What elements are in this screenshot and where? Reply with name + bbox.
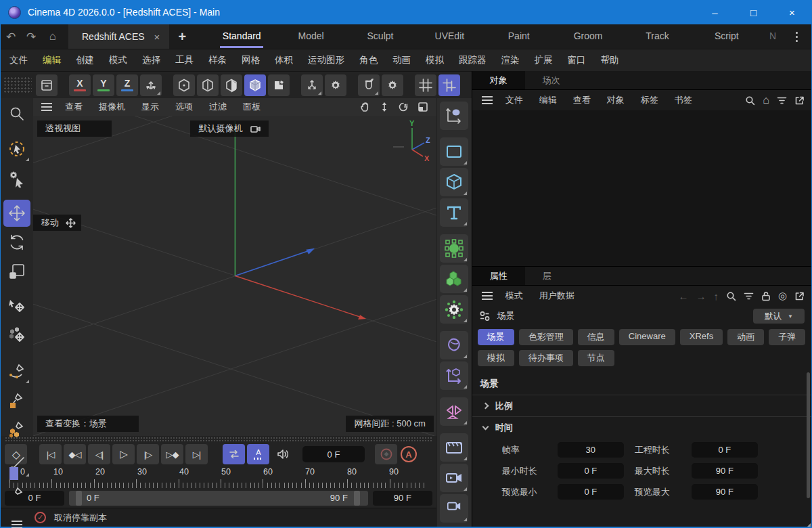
am-menu-userdata[interactable]: 用户数据 bbox=[532, 290, 582, 302]
om-menu-view[interactable]: 查看 bbox=[566, 94, 598, 106]
goto-end-button[interactable]: ▷| bbox=[185, 444, 208, 464]
polygons-mode-button[interactable] bbox=[221, 74, 242, 96]
am-forward-icon[interactable]: → bbox=[696, 290, 706, 302]
am-search-icon[interactable] bbox=[726, 291, 736, 301]
group-scale[interactable]: 比例 bbox=[472, 395, 811, 416]
om-popout-icon[interactable] bbox=[794, 95, 805, 106]
tab-takes[interactable]: 场次 bbox=[525, 71, 578, 89]
goto-start-button[interactable]: |◁ bbox=[39, 444, 62, 464]
cat-tab-todo[interactable]: 待办事项 bbox=[519, 350, 573, 366]
attribute-scrollbar[interactable] bbox=[807, 372, 810, 498]
am-up-icon[interactable]: ↑ bbox=[713, 290, 719, 302]
menu-file[interactable]: 文件 bbox=[2, 54, 35, 66]
menu-select[interactable]: 选择 bbox=[135, 54, 168, 66]
layout-tab-groom[interactable]: Groom bbox=[554, 24, 623, 49]
deformer-button[interactable] bbox=[440, 331, 468, 359]
layout-tab-sculpt[interactable]: Sculpt bbox=[346, 24, 415, 49]
field-min-time[interactable]: 0 F bbox=[558, 463, 624, 479]
dolly-view-icon[interactable] bbox=[380, 102, 389, 112]
lock-x-axis-button[interactable]: X bbox=[69, 74, 91, 96]
am-back-icon[interactable]: ← bbox=[678, 290, 688, 302]
undo-icon[interactable]: ↶ bbox=[1, 30, 21, 44]
cat-tab-info[interactable]: 信息 bbox=[578, 329, 614, 345]
timeline-ruler[interactable]: 0 10 20 30 40 50 60 70 80 90 bbox=[5, 466, 432, 489]
field-fps[interactable]: 30 bbox=[558, 442, 624, 458]
playhead[interactable] bbox=[9, 467, 18, 480]
menu-mograph[interactable]: 运动图形 bbox=[300, 54, 352, 66]
move-tool[interactable] bbox=[3, 200, 30, 227]
cube-primitive-button[interactable] bbox=[440, 168, 468, 196]
field-project-duration[interactable]: 0 F bbox=[692, 442, 758, 458]
coordinate-system-button[interactable] bbox=[140, 74, 162, 96]
scale-tool[interactable] bbox=[3, 258, 30, 285]
layout-tab-truncated[interactable]: N bbox=[761, 24, 784, 49]
close-tab-icon[interactable]: × bbox=[154, 31, 160, 43]
cat-tab-simulation[interactable]: 模拟 bbox=[478, 350, 514, 366]
viewport-menu-panel[interactable]: 面板 bbox=[235, 101, 268, 113]
model-mode-button[interactable] bbox=[244, 74, 266, 96]
snap-settings-gear-icon[interactable] bbox=[382, 74, 403, 96]
preview-range-slider[interactable]: 0 F 90 F bbox=[69, 491, 368, 506]
layout-tab-model[interactable]: Model bbox=[276, 24, 345, 49]
layout-tab-standard[interactable]: Standard bbox=[207, 24, 276, 49]
edges-mode-button[interactable] bbox=[197, 74, 219, 96]
om-filter-icon[interactable] bbox=[777, 96, 787, 105]
snap-button[interactable] bbox=[358, 74, 380, 96]
tab-objects[interactable]: 对象 bbox=[472, 71, 525, 89]
am-focus-icon[interactable]: ◎ bbox=[778, 290, 787, 302]
am-lock-icon[interactable] bbox=[761, 291, 771, 301]
maximize-button[interactable]: □ bbox=[734, 0, 773, 24]
subdivision-surface-button[interactable] bbox=[440, 234, 468, 263]
field-preview-max[interactable]: 90 F bbox=[692, 484, 758, 500]
autokey-button[interactable]: A bbox=[401, 446, 417, 462]
camera-secondary-button[interactable] bbox=[440, 494, 468, 523]
current-frame-field[interactable]: 0 F bbox=[302, 446, 365, 462]
group-time[interactable]: 时间 bbox=[472, 416, 811, 438]
range-end-field[interactable]: 90 F bbox=[373, 491, 432, 506]
grid-toggle-button[interactable] bbox=[415, 74, 436, 96]
menu-extensions[interactable]: 扩展 bbox=[527, 54, 560, 66]
cat-tab-bullet[interactable]: 子弹 bbox=[769, 329, 805, 345]
om-home-icon[interactable]: ⌂ bbox=[763, 94, 769, 106]
home-icon[interactable]: ⌂ bbox=[41, 30, 64, 43]
om-search-icon[interactable] bbox=[745, 95, 755, 106]
viewport-menu-cameras[interactable]: 摄像机 bbox=[91, 101, 133, 113]
menu-character[interactable]: 角色 bbox=[352, 54, 385, 66]
effector-button[interactable] bbox=[440, 295, 468, 324]
axis-gizmo[interactable]: Y Z X bbox=[376, 118, 431, 162]
array-generator-button[interactable] bbox=[440, 265, 468, 293]
menu-edit[interactable]: 编辑 bbox=[35, 54, 68, 66]
menu-tools[interactable]: 工具 bbox=[168, 54, 201, 66]
viewport-menu-icon[interactable] bbox=[41, 103, 52, 104]
camera-label[interactable]: 默认摄像机 bbox=[190, 120, 269, 137]
layout-overflow-menu-icon[interactable] bbox=[784, 32, 811, 42]
points-mode-button[interactable] bbox=[173, 74, 195, 96]
menu-mesh[interactable]: 网格 bbox=[234, 54, 267, 66]
layout-tab-script[interactable]: Script bbox=[692, 24, 761, 49]
spline-smooth-tool[interactable] bbox=[3, 416, 30, 443]
pen-tool-button[interactable] bbox=[440, 102, 468, 130]
live-selection-tool[interactable] bbox=[3, 135, 30, 162]
range-slider-left-handle[interactable] bbox=[76, 491, 82, 506]
lock-z-axis-button[interactable]: Z bbox=[116, 74, 138, 96]
toolbar-grip[interactable] bbox=[3, 76, 32, 94]
tweak-mode-tool[interactable] bbox=[3, 164, 30, 192]
spline-pen-tool[interactable] bbox=[3, 357, 30, 384]
om-menu-file[interactable]: 文件 bbox=[498, 94, 531, 106]
commander-search-button[interactable] bbox=[3, 100, 30, 127]
toggle-single-view-icon[interactable] bbox=[418, 102, 428, 112]
kinematics-settings-gear-icon[interactable] bbox=[325, 74, 346, 96]
texture-mode-button[interactable] bbox=[268, 74, 290, 96]
menu-mode[interactable]: 模式 bbox=[102, 54, 135, 66]
preset-dropdown[interactable]: 默认▼ bbox=[753, 309, 805, 324]
pan-view-icon[interactable] bbox=[360, 102, 371, 112]
om-menu-objects[interactable]: 对象 bbox=[600, 94, 632, 106]
menu-simulate[interactable]: 模拟 bbox=[418, 54, 451, 66]
content-browser-button[interactable] bbox=[36, 74, 58, 96]
minimize-button[interactable]: – bbox=[696, 0, 734, 24]
status-menu-icon[interactable] bbox=[12, 521, 22, 522]
viewport-canvas[interactable]: 透视视图 默认摄像机 移动 bbox=[33, 116, 436, 436]
orbit-view-icon[interactable] bbox=[398, 102, 409, 112]
timeline-grip[interactable] bbox=[5, 437, 432, 441]
menu-render[interactable]: 渲染 bbox=[494, 54, 527, 66]
